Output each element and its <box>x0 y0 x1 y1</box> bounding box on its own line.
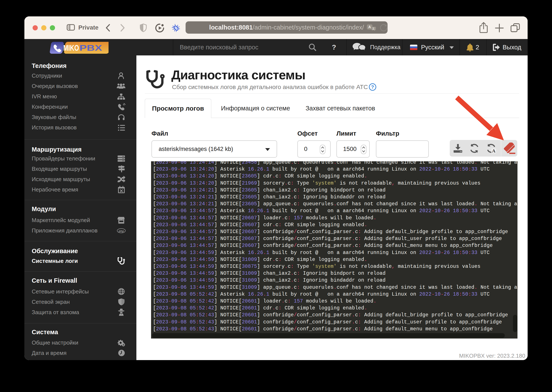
svg-text:A: A <box>492 148 495 153</box>
svg-text:PBX: PBX <box>79 43 102 52</box>
svg-text:A: A <box>368 25 371 29</box>
svg-text:php: php <box>118 229 124 233</box>
svg-text:文: 文 <box>372 27 375 30</box>
svg-text:MIKO: MIKO <box>63 43 79 52</box>
svg-text:?: ? <box>371 84 374 90</box>
